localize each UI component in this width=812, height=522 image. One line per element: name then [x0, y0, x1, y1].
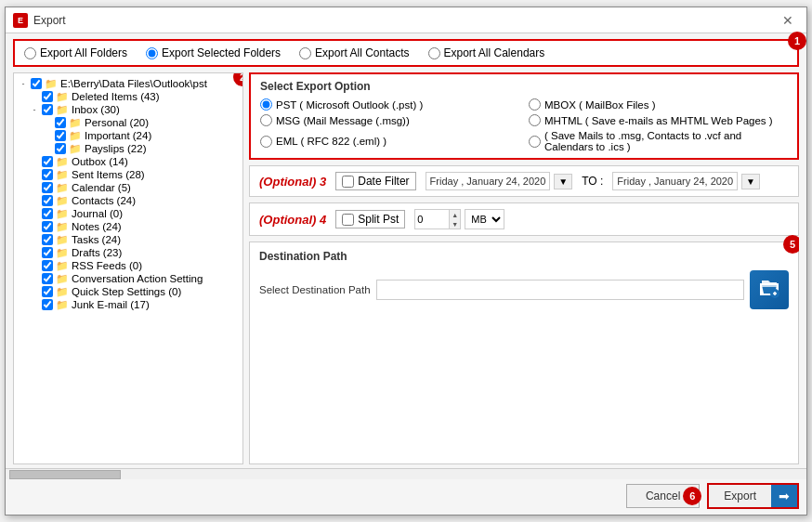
export-all-calendars-option[interactable]: Export All Calendars [428, 46, 545, 59]
folder-icon: 📁 [56, 286, 69, 297]
root-folder-icon: 📁 [45, 78, 58, 89]
folder-checkbox[interactable] [42, 91, 53, 102]
spin-down-button[interactable]: ▼ [450, 219, 460, 228]
step1-badge: 1 [788, 32, 806, 50]
folder-checkbox[interactable] [42, 208, 53, 219]
list-item: 📁 Payslips (22) [14, 142, 242, 155]
date-filter-section: (Optional) 3 Date Filter Friday , Januar… [249, 165, 799, 197]
expand-icon[interactable] [42, 143, 53, 154]
browse-destination-button[interactable] [750, 270, 789, 309]
folder-checkbox[interactable] [42, 260, 53, 271]
msg-option[interactable]: MSG (Mail Message (.msg)) [260, 114, 519, 126]
split-size-value[interactable] [415, 210, 449, 228]
export-arrow-icon: ➡ [779, 489, 790, 503]
folder-icon: 📁 [56, 169, 69, 180]
close-button[interactable]: ✕ [777, 11, 799, 30]
folder-icon: 📁 [56, 260, 69, 271]
folder-checkbox[interactable] [42, 247, 53, 258]
expand-icon[interactable] [29, 273, 40, 284]
expand-icon[interactable] [42, 117, 53, 128]
pst-option[interactable]: PST ( Microsoft Outlook (.pst) ) [260, 98, 519, 111]
expand-icon[interactable] [29, 156, 40, 167]
expand-icon[interactable] [29, 221, 40, 232]
export-arrow-button[interactable]: ➡ [771, 485, 797, 507]
split-unit-select[interactable]: MB GB [465, 209, 504, 229]
folder-checkbox[interactable] [42, 221, 53, 232]
expand-icon[interactable] [29, 182, 40, 193]
right-panel: Select Export Option PST ( Microsoft Out… [249, 72, 799, 464]
folder-checkbox[interactable] [55, 143, 66, 154]
expand-icon[interactable] [29, 169, 40, 180]
folder-checkbox[interactable] [42, 104, 53, 115]
folder-checkbox[interactable] [42, 182, 53, 193]
folder-checkbox[interactable] [42, 195, 53, 206]
split-size-input[interactable]: ▲ ▼ [414, 209, 461, 229]
date-to-field[interactable]: Friday , January 24, 2020 [612, 172, 738, 190]
date-from-calendar-button[interactable]: ▼ [554, 174, 572, 189]
spin-up-button[interactable]: ▲ [450, 210, 460, 219]
mbox-label: MBOX ( MailBox Files ) [544, 99, 656, 111]
date-filter-checkbox[interactable] [342, 176, 354, 188]
folder-checkbox[interactable] [42, 156, 53, 167]
expand-icon[interactable] [42, 130, 53, 141]
folder-label: Notes (24) [72, 221, 122, 232]
root-path-label: E:\Berry\Data Files\Outlook\pst [60, 78, 207, 89]
folder-checkbox[interactable] [42, 286, 53, 297]
folder-checkbox[interactable] [55, 117, 66, 128]
export-all-folders-option[interactable]: Export All Folders [24, 46, 127, 59]
msg-radio[interactable] [260, 114, 272, 126]
export-all-contacts-radio[interactable] [299, 47, 311, 59]
folder-checkbox[interactable] [42, 169, 53, 180]
eml-option[interactable]: EML ( RFC 822 (.eml) ) [260, 130, 519, 152]
expand-icon[interactable] [29, 247, 40, 258]
date-from-field[interactable]: Friday , January 24, 2020 [426, 172, 551, 190]
expand-icon[interactable] [29, 234, 40, 245]
date-to-calendar-button[interactable]: ▼ [741, 174, 760, 189]
scrollbar-thumb[interactable] [9, 470, 121, 479]
horizontal-scrollbar[interactable] [6, 468, 806, 479]
destination-path-input[interactable] [376, 280, 744, 300]
pst-radio[interactable] [260, 98, 272, 111]
date-filter-label: Date Filter [358, 175, 409, 188]
mbox-option[interactable]: MBOX ( MailBox Files ) [529, 98, 788, 111]
split-pst-checkbox[interactable] [342, 214, 354, 226]
expand-icon[interactable] [29, 91, 40, 102]
expand-icon[interactable] [29, 299, 40, 310]
folder-checkbox[interactable] [42, 234, 53, 245]
mhtml-radio[interactable] [529, 114, 541, 126]
root-expand-icon[interactable]: - [18, 78, 29, 89]
expand-icon[interactable] [29, 260, 40, 271]
export-selected-folders-radio[interactable] [146, 47, 158, 59]
vcf-option[interactable]: ( Save Mails to .msg, Contacts to .vcf a… [529, 130, 788, 152]
export-all-contacts-option[interactable]: Export All Contacts [299, 46, 409, 59]
list-item: 📁 Outbox (14) [14, 155, 242, 168]
export-all-calendars-radio[interactable] [428, 47, 440, 59]
split-pst-checkbox-wrapper[interactable]: Split Pst [335, 210, 405, 228]
mbox-radio[interactable] [529, 98, 541, 111]
select-export-title: Select Export Option [260, 80, 788, 93]
expand-icon[interactable] [29, 208, 40, 219]
expand-icon[interactable]: - [29, 104, 40, 115]
date-to-group: Friday , January 24, 2020 ▼ [612, 172, 760, 190]
root-checkbox[interactable] [31, 78, 42, 89]
eml-radio[interactable] [260, 136, 272, 148]
expand-icon[interactable] [29, 286, 40, 297]
folder-icon: 📁 [56, 208, 69, 219]
list-item: 📁 Conversation Action Setting [14, 272, 242, 285]
date-filter-checkbox-wrapper[interactable]: Date Filter [335, 172, 415, 190]
list-item: - 📁 Inbox (30) [14, 103, 242, 116]
expand-icon[interactable] [29, 195, 40, 206]
folder-checkbox[interactable] [42, 273, 53, 284]
mhtml-option[interactable]: MHTML ( Save e-mails as MHTML Web Pages … [529, 114, 788, 126]
folder-checkbox[interactable] [55, 130, 66, 141]
vcf-radio[interactable] [529, 136, 541, 148]
folder-checkbox[interactable] [42, 299, 53, 310]
export-all-folders-radio[interactable] [24, 47, 36, 59]
export-selected-folders-option[interactable]: Export Selected Folders [146, 46, 281, 59]
export-button[interactable]: Export [709, 485, 771, 507]
folder-label: Journal (0) [72, 208, 123, 219]
folder-label: Tasks (24) [72, 234, 121, 245]
list-item: 📁 RSS Feeds (0) [14, 259, 242, 272]
folder-label: Calendar (5) [72, 182, 131, 193]
step5-badge: 5 [783, 235, 799, 254]
